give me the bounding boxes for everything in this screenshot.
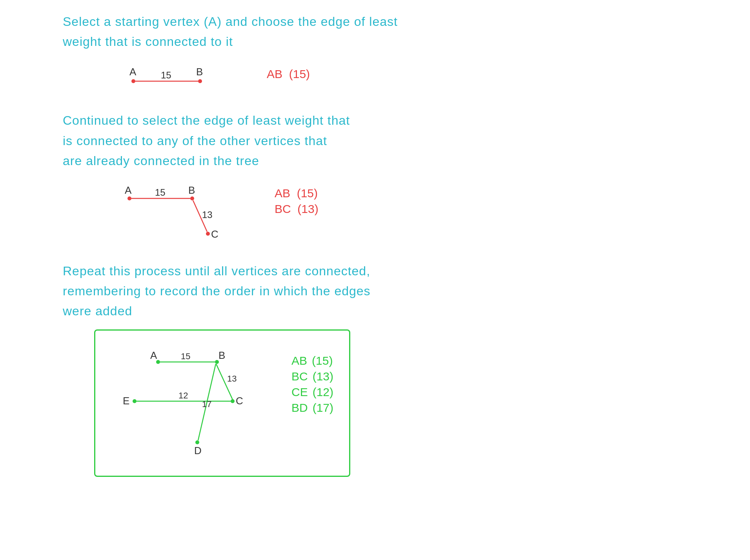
svg-text:B: B (188, 184, 195, 196)
svg-text:A: A (125, 184, 132, 196)
edge2-bc: BC (13) (275, 202, 319, 216)
svg-point-6 (127, 196, 131, 200)
svg-point-22 (133, 399, 137, 403)
diagram1-svg: A B 15 (110, 64, 228, 95)
svg-text:12: 12 (178, 391, 188, 400)
section2-text: Continued to select the edge of least we… (63, 111, 687, 171)
svg-point-2 (198, 79, 202, 83)
svg-text:15: 15 (181, 351, 190, 361)
edge3-bc-weight: (13) (313, 370, 333, 383)
diagram1-edge-list: AB (15) (267, 67, 310, 81)
svg-text:13: 13 (227, 374, 237, 384)
diagram2-area: A B C 15 13 AB (15) BC (13) (110, 183, 687, 245)
edge3-ab-label: AB (291, 354, 307, 367)
svg-text:15: 15 (161, 70, 171, 80)
diagram3-edge-list: AB (15) BC (13) CE (12) BD (17) (291, 354, 333, 415)
edge3-ab-weight: (15) (312, 354, 333, 367)
svg-text:C: C (236, 395, 243, 407)
svg-text:B: B (196, 66, 203, 78)
edge3-bd-weight: (17) (313, 401, 333, 415)
svg-text:13: 13 (202, 209, 213, 220)
svg-point-10 (206, 232, 210, 236)
svg-point-0 (131, 79, 135, 83)
edge3-ce-label: CE (291, 385, 308, 399)
edge1-ab: AB (15) (267, 67, 310, 81)
section1: Select a starting vertex (A) and choose … (63, 12, 687, 95)
diagram2-svg: A B C 15 13 (110, 183, 235, 245)
svg-text:B: B (218, 349, 225, 361)
section1-text: Select a starting vertex (A) and choose … (63, 12, 687, 52)
final-diagram-box: A B C E D 15 13 12 17 (94, 329, 350, 477)
edge3-bd-label: BD (291, 401, 308, 415)
edge3-bc-label: BC (291, 370, 308, 383)
svg-text:17: 17 (202, 399, 211, 409)
section3-text: Repeat this process until all vertices a… (63, 261, 687, 322)
svg-text:A: A (129, 66, 137, 78)
svg-point-8 (190, 196, 194, 200)
diagram1-area: A B 15 AB (15) (110, 64, 687, 95)
diagram3-svg: A B C E D 15 13 12 17 (111, 342, 260, 464)
svg-text:D: D (194, 445, 202, 456)
svg-text:A: A (150, 349, 157, 361)
section3: Repeat this process until all vertices a… (63, 261, 687, 477)
edge3-ce-weight: (12) (313, 385, 333, 399)
svg-text:15: 15 (155, 187, 166, 198)
svg-text:E: E (123, 395, 129, 407)
svg-text:C: C (211, 228, 218, 240)
diagram2-edge-list: AB (15) BC (13) (275, 187, 319, 216)
section2: Continued to select the edge of least we… (63, 111, 687, 245)
svg-point-20 (231, 399, 235, 403)
svg-point-24 (195, 440, 199, 444)
edge2-ab: AB (15) (275, 187, 319, 200)
